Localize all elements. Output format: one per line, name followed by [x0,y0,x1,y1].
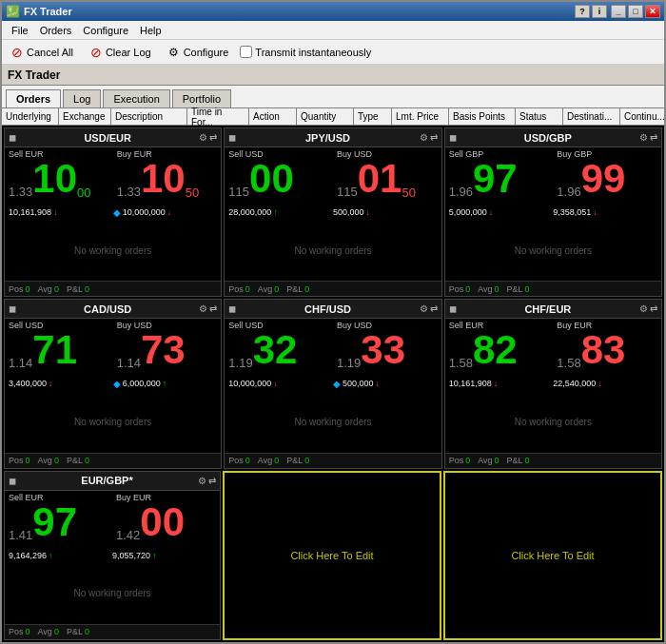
menu-file[interactable]: File [6,23,34,38]
footer-avg-usd_eur: Avg 0 [38,284,59,294]
buy-side-chf_eur[interactable]: Buy EUR 1.58 83 [553,319,661,376]
panel-arrow-icon-usd_eur[interactable]: ⇄ [209,132,217,143]
transmit-check[interactable]: Transmit instantaneously [240,46,371,58]
no-orders-usd_eur: No working orders [5,220,221,281]
col-time[interactable]: Time in For... [187,108,249,125]
buy-side-usd_eur[interactable]: Buy EUR 1.33 10 50 [113,147,222,205]
sell-side-usd_eur[interactable]: Sell EUR 1.33 10 00 [5,147,113,205]
panel-left-icon-cad_usd[interactable]: ◼ [9,303,16,314]
configure-icon: ⚙ [166,45,182,60]
tab-orders[interactable]: Orders [6,89,61,107]
panel-config-icon-chf_eur[interactable]: ⚙ [639,303,648,314]
cancel-all-button[interactable]: ⊘ Cancel All [6,43,77,62]
panel-arrow-icon-jpy_usd[interactable]: ⇄ [430,132,438,143]
sell-side-cad_usd[interactable]: Sell USD 1.14 71 [5,319,113,376]
buy-price-chf_usd: 1.19 33 [337,330,438,370]
minimize-button[interactable]: _ [611,5,626,18]
panel-left-icon-chf_eur[interactable]: ◼ [449,303,457,314]
sell-big-usd_eur: 10 [32,159,77,199]
sell-side-eur_gbp[interactable]: Sell EUR 1.41 97 [5,491,112,548]
help-button[interactable]: ? [575,5,590,18]
buy-side-jpy_usd[interactable]: Buy USD 115 01 50 [333,147,441,205]
price-row-chf_usd: Sell USD 1.19 32 Buy USD 1.19 33 [225,319,441,376]
sell-price-chf_eur: 1.58 82 [449,330,550,370]
click-to-edit-edit3[interactable]: Click Here To Edit [511,473,594,638]
panel-config-icon-chf_usd[interactable]: ⚙ [420,303,428,314]
panel-arrow-icon-cad_usd[interactable]: ⇄ [209,303,217,314]
sell-vol-arrow-chf_usd: ↓ [273,379,278,388]
panel-footer-chf_eur: Pos 0 Avg 0 P&L 0 [445,453,661,468]
panel-left-icon-usd_eur[interactable]: ◼ [9,132,16,143]
buy-price-usd_eur: 1.33 10 50 [117,159,218,199]
sell-vol-num-usd_gbp: 5,000,000 [449,207,487,217]
col-exchange[interactable]: Exchange [59,108,111,125]
menu-configure[interactable]: Configure [77,23,134,38]
panel-left-icon-usd_gbp[interactable]: ◼ [449,132,457,143]
no-orders-jpy_usd: No working orders [225,220,441,281]
col-quantity[interactable]: Quantity [297,108,354,125]
sell-vol-arrow-chf_eur: ↓ [494,379,499,388]
col-basis-points[interactable]: Basis Points [449,108,516,125]
clear-log-button[interactable]: ⊘ Clear Log [85,43,155,62]
tab-log[interactable]: Log [63,89,101,107]
buy-vol-arrow-chf_eur: ↓ [597,379,602,388]
col-description[interactable]: Description [111,108,187,125]
panel-left-icon-eur_gbp[interactable]: ◼ [9,476,16,486]
panel-left-icon-jpy_usd[interactable]: ◼ [228,132,236,143]
sell-price-jpy_usd: 115 00 [228,159,329,199]
panel-arrow-icon-usd_gbp[interactable]: ⇄ [650,132,657,143]
col-continue[interactable]: Continu... [620,108,666,125]
panel-edit2: Click Here To Edit [223,471,441,640]
panel-config-icon-usd_eur[interactable]: ⚙ [199,132,207,143]
price-row-jpy_usd: Sell USD 115 00 Buy USD 115 01 50 [225,147,441,205]
configure-button[interactable]: ⚙ Configure [163,43,233,62]
panel-right-icons-usd_gbp: ⚙ ⇄ [639,132,657,143]
col-type[interactable]: Type [354,108,392,125]
col-status[interactable]: Status [516,108,563,125]
cancel-all-label: Cancel All [27,47,73,58]
tab-portfolio[interactable]: Portfolio [172,89,231,107]
transmit-label: Transmit instantaneously [255,47,371,58]
grid-row-2: ◼ EUR/GBP* ⚙ ⇄ Sell EUR 1.41 97 Buy EUR … [4,471,662,640]
panel-config-icon-usd_gbp[interactable]: ⚙ [639,132,648,143]
panel-config-icon-jpy_usd[interactable]: ⚙ [420,132,428,143]
sell-side-chf_eur[interactable]: Sell EUR 1.58 82 [445,319,554,376]
panel-config-icon-cad_usd[interactable]: ⚙ [199,303,207,314]
sell-side-chf_usd[interactable]: Sell USD 1.19 32 [225,319,333,376]
sell-price-usd_gbp: 1.96 97 [449,159,550,199]
sell-vol-num-chf_usd: 10,000,000 [228,379,271,388]
click-to-edit-edit2[interactable]: Click Here To Edit [290,473,373,638]
col-destination[interactable]: Destinati... [563,108,620,125]
panel-left-icon-chf_usd[interactable]: ◼ [228,303,236,314]
transmit-checkbox[interactable] [240,46,252,58]
col-lmt-price[interactable]: Lmt. Price [392,108,449,125]
menu-help[interactable]: Help [134,23,167,38]
maximize-button[interactable]: □ [628,5,643,18]
tab-execution[interactable]: Execution [103,89,169,107]
buy-side-eur_gbp[interactable]: Buy EUR 1.42 00 [112,491,220,548]
volume-row-chf_usd: 10,000,000 ↓ ◆ 500,000 ↓ [225,376,441,391]
buy-side-cad_usd[interactable]: Buy USD 1.14 73 [113,319,222,376]
panel-arrow-icon-chf_usd[interactable]: ⇄ [430,303,438,314]
panel-config-icon-eur_gbp[interactable]: ⚙ [198,476,206,486]
buy-side-chf_usd[interactable]: Buy USD 1.19 33 [333,319,441,376]
col-action[interactable]: Action [249,108,297,125]
panel-arrow-icon-chf_eur[interactable]: ⇄ [650,303,657,314]
column-headers: Underlying Exchange Description Time in … [2,108,664,126]
col-underlying[interactable]: Underlying [2,108,59,125]
close-button[interactable]: ✕ [645,5,660,18]
panel-arrow-icon-eur_gbp[interactable]: ⇄ [208,476,216,486]
no-orders-cad_usd: No working orders [5,391,221,452]
buy-side-usd_gbp[interactable]: Buy GBP 1.96 99 [553,147,661,205]
sell-side-usd_gbp[interactable]: Sell GBP 1.96 97 [445,147,554,205]
footer-avg-chf_usd: Avg 0 [258,456,279,465]
info-button[interactable]: i [592,5,607,18]
sell-vol-num-eur_gbp: 9,164,296 [9,551,47,560]
app-icon: 💹 [6,5,20,18]
sell-side-jpy_usd[interactable]: Sell USD 115 00 [225,147,333,205]
sell-prefix-chf_eur: 1.58 [449,356,473,370]
footer-avg-usd_gbp: Avg 0 [478,284,499,294]
footer-pnl-eur_gbp: P&L 0 [67,627,89,636]
buy-vol-chf_usd: ◆ 500,000 ↓ [333,379,438,389]
menu-orders[interactable]: Orders [34,23,78,38]
